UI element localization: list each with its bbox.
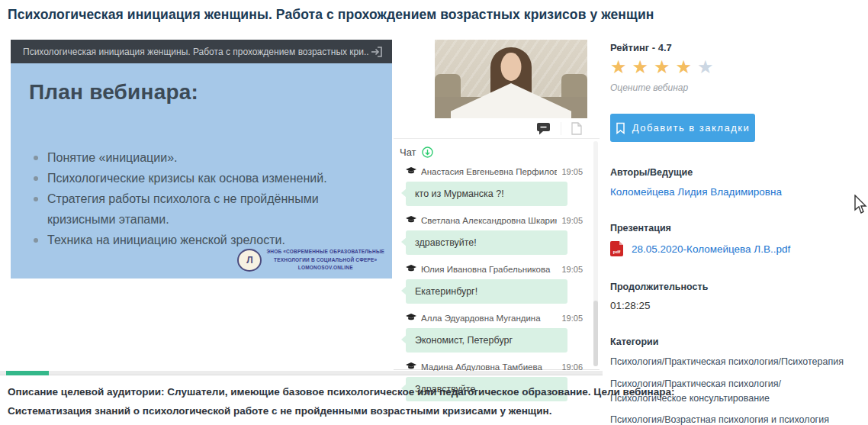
playback-progress-bar[interactable] bbox=[0, 371, 603, 375]
chat-message-time: 19:05 bbox=[561, 314, 583, 323]
chat-message: Алла Эдуардовна Мугандина 19:05 Экономис… bbox=[406, 314, 583, 353]
chat-message-bubble: кто из Мурманска ?! bbox=[406, 182, 567, 206]
player-header: Психологическая инициация женщины. Работ… bbox=[11, 40, 392, 63]
chat-message-time: 19:05 bbox=[561, 216, 583, 225]
description-line: Систематизация знаний о психологической … bbox=[8, 401, 862, 420]
chat-message: Анастасия Евгеньевна Перфилова 19:05 кто… bbox=[406, 167, 583, 206]
scroll-to-latest-icon[interactable] bbox=[422, 146, 433, 158]
rate-prompt: Оцените вебинар bbox=[610, 82, 863, 93]
chat-scrollbar[interactable] bbox=[593, 141, 598, 366]
chat-message-header: Алла Эдуардовна Мугандина 19:05 bbox=[406, 314, 583, 323]
chat-message-bubble: Екатеринбург! bbox=[406, 279, 567, 304]
exit-fullscreen-icon[interactable] bbox=[369, 44, 384, 60]
chat-author-name: Светлана Александровна Шкарина bbox=[421, 216, 557, 225]
chat-message-header: Анастасия Евгеньевна Перфилова 19:05 bbox=[406, 167, 583, 176]
chat-message: Светлана Александровна Шкарина 19:05 здр… bbox=[406, 216, 583, 255]
chat-toolbar bbox=[394, 118, 600, 139]
chat-message-list: Анастасия Евгеньевна Перфилова 19:05 кто… bbox=[394, 161, 600, 401]
presentation-label: Презентация bbox=[610, 223, 863, 233]
page-title: Психологическая инициация женщины. Работ… bbox=[8, 7, 862, 23]
chat-author-name: Юлия Ивановна Грабельникова bbox=[421, 265, 557, 274]
logo-text-line: LOMONOSOV.ONLINE bbox=[266, 264, 384, 272]
pdf-file-icon: pdf bbox=[610, 241, 623, 256]
presentation-file-row: pdf 28.05.2020-Коломейцева Л.В..pdf bbox=[610, 241, 863, 256]
chat-header: Чат bbox=[394, 139, 600, 161]
webcam-video[interactable] bbox=[435, 40, 587, 118]
chat-message-header: Юлия Ивановна Грабельникова 19:05 bbox=[406, 265, 583, 274]
logo-text-line: ЭНОБ «СОВРЕМЕННЫЕ ОБРАЗОВАТЕЛЬНЫЕ bbox=[266, 248, 384, 256]
duration-label: Продолжительность bbox=[610, 282, 863, 292]
slide-bullet-list: Понятие «инициации». Психологические кри… bbox=[29, 147, 372, 250]
materials-tab-icon[interactable] bbox=[561, 122, 592, 135]
author-link[interactable]: Коломейцева Лидия Владимировна bbox=[610, 186, 782, 198]
categories-label: Категории bbox=[610, 336, 863, 347]
webinar-info-sidebar: Рейтинг - 4.7 ★★★★★ Оцените вебинар Доба… bbox=[610, 42, 863, 425]
chat-author-name: Анастасия Евгеньевна Перфилова bbox=[421, 167, 557, 176]
graduation-cap-icon bbox=[406, 216, 416, 225]
chat-tab-icon[interactable] bbox=[526, 122, 561, 135]
rating-stars[interactable]: ★★★★★ bbox=[610, 57, 863, 77]
webinar-description: Описание целевой аудитории: Слушатели, и… bbox=[8, 382, 862, 420]
chat-message-time: 19:05 bbox=[561, 265, 583, 274]
slide-bullet: Психологические кризисы как основа измен… bbox=[29, 168, 372, 188]
duration-value: 01:28:25 bbox=[610, 300, 863, 311]
player-header-title: Психологическая инициация женщины. Работ… bbox=[23, 47, 369, 57]
description-line: Описание целевой аудитории: Слушатели, и… bbox=[8, 382, 862, 401]
presenter-face bbox=[501, 53, 522, 81]
chat-author-name: Алла Эдуардовна Мугандина bbox=[421, 314, 557, 323]
playback-progress-fill bbox=[6, 371, 49, 375]
logo-emblem-icon: Л bbox=[237, 249, 262, 272]
graduation-cap-icon bbox=[406, 265, 416, 274]
chat-message-header: Светлана Александровна Шкарина 19:05 bbox=[406, 216, 583, 225]
chat-message-bubble: здравствуйте! bbox=[406, 230, 567, 255]
chat-message-time: 19:05 bbox=[561, 167, 583, 176]
presentation-file-link[interactable]: 28.05.2020-Коломейцева Л.В..pdf bbox=[632, 243, 790, 255]
logo-text: ЭНОБ «СОВРЕМЕННЫЕ ОБРАЗОВАТЕЛЬНЫЕ ТЕХНОЛ… bbox=[266, 248, 384, 272]
add-bookmark-label: Добавить в закладки bbox=[632, 122, 750, 134]
slide-title: План вебинара: bbox=[29, 80, 198, 105]
organization-logo: Л ЭНОБ «СОВРЕМЕННЫЕ ОБРАЗОВАТЕЛЬНЫЕ ТЕХН… bbox=[237, 248, 384, 272]
bookmark-icon bbox=[616, 122, 625, 134]
slide-bullet: Стратегия работы психолога с не пройдённ… bbox=[29, 188, 372, 230]
chat-message: Юлия Ивановна Грабельникова 19:05 Екатер… bbox=[406, 265, 583, 304]
authors-label: Авторы/Ведущие bbox=[610, 167, 863, 178]
pdf-badge-label: pdf bbox=[613, 250, 620, 254]
rating-label: Рейтинг - 4.7 bbox=[610, 42, 863, 53]
slide-bullet: Понятие «инициации». bbox=[29, 147, 372, 168]
chat-message-bubble: Экономист, Петербург bbox=[406, 328, 567, 353]
star-empty-icon[interactable]: ★ bbox=[697, 56, 719, 77]
chat-label: Чат bbox=[400, 146, 416, 158]
chat-scrollbar-thumb[interactable] bbox=[593, 301, 598, 366]
logo-text-line: ТЕХНОЛОГИИ В СОЦИАЛЬНОЙ СФЕРЕ» bbox=[266, 256, 384, 265]
add-bookmark-button[interactable]: Добавить в закладки bbox=[610, 114, 755, 142]
category-item: Психология/Практическая психология/Психо… bbox=[610, 355, 847, 369]
graduation-cap-icon bbox=[406, 167, 416, 176]
presentation-slide: План вебинара: Понятие «инициации». Псих… bbox=[11, 63, 392, 279]
graduation-cap-icon bbox=[406, 314, 416, 323]
star-filled-icons[interactable]: ★★★★ bbox=[610, 56, 697, 77]
chat-panel: Чат Анастасия Евгеньевна Перфилова 19:0 bbox=[394, 118, 600, 370]
